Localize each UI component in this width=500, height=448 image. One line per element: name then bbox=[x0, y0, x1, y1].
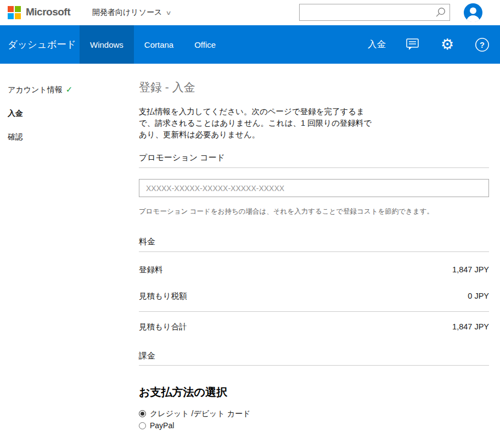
divider bbox=[139, 251, 489, 252]
sidebar-item-payout[interactable]: 入金 bbox=[8, 108, 117, 119]
tab-cortana[interactable]: Cortana bbox=[134, 25, 184, 64]
payment-option-credit-debit-card[interactable]: クレジット /デビット カード bbox=[139, 408, 489, 419]
logo-square-blue bbox=[8, 13, 14, 19]
avatar-head bbox=[470, 8, 476, 14]
wizard-steps-sidebar: アカウント情報✓ 入金 確認 bbox=[8, 84, 117, 142]
fee-value: 1,847 JPY bbox=[452, 265, 489, 275]
checkmark-icon: ✓ bbox=[66, 85, 73, 94]
fee-value: 1,847 JPY bbox=[452, 322, 489, 332]
search-box[interactable] bbox=[299, 4, 450, 21]
search-input[interactable] bbox=[300, 4, 431, 20]
navbar-right-group: 入金 ⚙ ? bbox=[368, 25, 500, 64]
promo-code-hint: プロモーション コードをお持ちの場合は、それを入力することで登録コストを節約でき… bbox=[139, 207, 489, 216]
feedback-icon[interactable] bbox=[405, 36, 421, 53]
payment-method-heading: お支払方法の選択 bbox=[139, 385, 489, 399]
billing-heading: 課金 bbox=[139, 350, 489, 361]
sidebar-item-label: 入金 bbox=[8, 109, 23, 117]
developer-resources-label: 開発者向けリソース bbox=[92, 8, 162, 18]
logo-square-red bbox=[8, 6, 14, 12]
promo-code-input[interactable] bbox=[139, 179, 489, 197]
settings-gear-icon[interactable]: ⚙ bbox=[439, 36, 456, 53]
nav-payout-link[interactable]: 入金 bbox=[368, 38, 386, 51]
sidebar-item-label: 確認 bbox=[8, 132, 23, 141]
divider bbox=[139, 311, 489, 312]
microsoft-logo-icon[interactable] bbox=[8, 6, 21, 19]
fee-label: 登録料 bbox=[139, 265, 163, 275]
divider bbox=[139, 167, 489, 168]
intro-text: 支払情報を入力してください。次のページで登録を完了するまで、請求されることはあり… bbox=[139, 106, 376, 141]
fee-label: 見積もり合計 bbox=[139, 322, 187, 332]
sidebar-item-label: アカウント情報 bbox=[8, 85, 63, 94]
radio-selected-icon[interactable] bbox=[139, 410, 146, 417]
svg-text:?: ? bbox=[480, 40, 485, 49]
promo-code-heading: プロモーション コード bbox=[139, 152, 489, 163]
microsoft-wordmark[interactable]: Microsoft bbox=[26, 6, 70, 18]
help-icon[interactable]: ? bbox=[474, 36, 490, 53]
main-navbar: ダッシュボード Windows Cortana Office 入金 ⚙ ? bbox=[0, 25, 500, 64]
payment-option-label: クレジット /デビット カード bbox=[150, 408, 250, 419]
logo-square-green bbox=[15, 6, 21, 12]
chevron-down-icon: ∨ bbox=[166, 9, 172, 16]
divider bbox=[139, 365, 489, 366]
sidebar-item-confirm[interactable]: 確認 bbox=[8, 131, 117, 142]
tab-office[interactable]: Office bbox=[184, 25, 226, 64]
payment-option-paypal[interactable]: PayPal bbox=[139, 420, 489, 431]
search-icon[interactable] bbox=[431, 4, 450, 20]
fee-row-estimated-total: 見積もり合計 1,847 JPY bbox=[139, 322, 489, 332]
fee-label: 見積もり税額 bbox=[139, 291, 187, 301]
nav-dashboard-link[interactable]: ダッシュボード bbox=[0, 25, 80, 64]
main-content: 登録 - 入金 支払情報を入力してください。次のページで登録を完了するまで、請求… bbox=[139, 80, 489, 431]
logo-square-yellow bbox=[15, 13, 21, 19]
user-avatar[interactable] bbox=[464, 3, 482, 22]
fees-heading: 料金 bbox=[139, 236, 489, 247]
sidebar-item-account-info[interactable]: アカウント情報✓ bbox=[8, 84, 117, 95]
top-header: Microsoft 開発者向けリソース ∨ bbox=[0, 0, 500, 25]
tab-windows[interactable]: Windows bbox=[80, 25, 134, 64]
fee-row-estimated-tax: 見積もり税額 0 JPY bbox=[139, 291, 489, 301]
fee-row-registration: 登録料 1,847 JPY bbox=[139, 265, 489, 275]
radio-unselected-icon[interactable] bbox=[139, 422, 146, 429]
developer-resources-dropdown[interactable]: 開発者向けリソース ∨ bbox=[92, 8, 171, 18]
payment-option-label: PayPal bbox=[150, 420, 174, 431]
page-title: 登録 - 入金 bbox=[139, 80, 489, 94]
fee-value: 0 JPY bbox=[468, 291, 489, 301]
